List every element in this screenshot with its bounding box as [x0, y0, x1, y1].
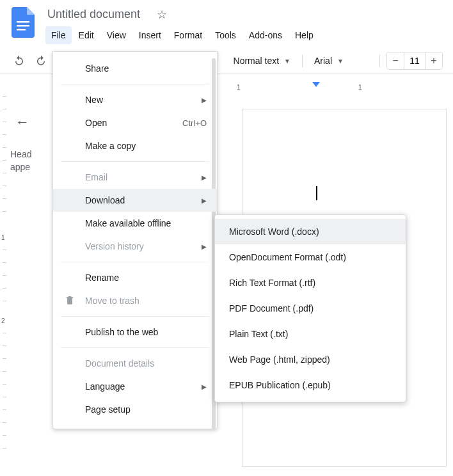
- download-pdf[interactable]: PDF Document (.pdf): [215, 296, 406, 321]
- download-txt[interactable]: Plain Text (.txt): [215, 321, 406, 347]
- vruler-2: 2: [1, 317, 5, 324]
- redo-button[interactable]: [32, 52, 50, 70]
- back-arrow-icon[interactable]: ←: [10, 109, 49, 136]
- undo-button[interactable]: [10, 52, 28, 70]
- outline-panel: ← Head appe: [10, 109, 49, 173]
- submenu-arrow-icon: ▶: [202, 197, 207, 204]
- menu-document-details[interactable]: Document details: [53, 352, 217, 375]
- menu-label: Version history: [85, 241, 144, 251]
- toolbar-separator: [379, 54, 380, 67]
- indent-marker-icon[interactable]: [312, 82, 320, 91]
- menu-edit[interactable]: Edit: [73, 26, 100, 44]
- menu-new[interactable]: New▶: [53, 88, 217, 111]
- menu-download[interactable]: Download▶: [53, 189, 217, 212]
- menu-file[interactable]: File: [45, 26, 72, 44]
- chevron-down-icon: ▼: [337, 58, 344, 65]
- svg-marker-3: [312, 82, 320, 87]
- font-size-stepper: − 11 +: [386, 52, 443, 70]
- font-label: Arial: [314, 56, 332, 66]
- menu-label: Make a copy: [85, 141, 136, 151]
- menu-view[interactable]: View: [101, 26, 132, 44]
- menu-label: Page setup: [85, 404, 131, 415]
- menu-label: Language: [85, 381, 125, 392]
- download-submenu: Microsoft Word (.docx) OpenDocument Form…: [214, 214, 406, 402]
- download-docx[interactable]: Microsoft Word (.docx): [215, 219, 406, 244]
- menu-addons[interactable]: Add-ons: [243, 26, 288, 44]
- paragraph-style-label: Normal text: [234, 56, 280, 66]
- ruler-tick-1: 1: [237, 84, 241, 91]
- menu-label: Rename: [85, 273, 119, 283]
- star-icon[interactable]: ☆: [157, 8, 167, 22]
- menu-label: Move to trash: [85, 296, 139, 306]
- font-size-decrease[interactable]: −: [387, 52, 404, 69]
- menu-label: New: [85, 95, 103, 105]
- svg-rect-2: [17, 29, 26, 31]
- menu-make-copy[interactable]: Make a copy: [53, 134, 217, 157]
- menu-label: Share: [85, 63, 109, 74]
- font-size-increase[interactable]: +: [425, 52, 442, 69]
- menu-version-history[interactable]: Version history▶: [53, 235, 217, 258]
- outline-hint-line: Head: [10, 148, 49, 161]
- menu-email[interactable]: Email▶: [53, 166, 217, 189]
- download-odt[interactable]: OpenDocument Format (.odt): [215, 244, 406, 270]
- menu-rename[interactable]: Rename: [53, 266, 217, 289]
- menu-bar: File Edit View Insert Format Tools Add-o…: [44, 26, 319, 44]
- submenu-arrow-icon: ▶: [202, 243, 207, 250]
- menu-separator: [61, 84, 209, 84]
- text-cursor: [316, 186, 317, 200]
- menu-label: Open: [85, 118, 107, 128]
- ruler-tick-1b: 1: [358, 84, 362, 91]
- menu-offline[interactable]: Make available offline: [53, 212, 217, 235]
- chevron-down-icon: ▼: [284, 58, 290, 65]
- menu-language[interactable]: Language▶: [53, 375, 217, 398]
- menu-separator: [61, 316, 209, 317]
- docs-logo-icon[interactable]: [10, 5, 36, 40]
- svg-rect-1: [17, 25, 29, 27]
- toolbar-separator: [302, 54, 303, 67]
- horizontal-ruler[interactable]: 1 1: [230, 82, 453, 92]
- trash-icon: [65, 295, 75, 307]
- font-select[interactable]: Arial▼: [309, 53, 373, 68]
- outline-hint-line: appe: [10, 161, 49, 174]
- menu-label: Email: [85, 172, 107, 182]
- submenu-arrow-icon: ▶: [202, 97, 207, 104]
- menu-tools[interactable]: Tools: [209, 26, 242, 44]
- download-epub[interactable]: EPUB Publication (.epub): [215, 372, 406, 398]
- menu-move-to-trash[interactable]: Move to trash: [53, 289, 217, 312]
- menu-label: Publish to the web: [85, 327, 158, 337]
- outline-hint: Head appe: [10, 148, 49, 173]
- submenu-arrow-icon: ▶: [202, 174, 207, 181]
- menu-label: Make available offline: [85, 218, 171, 228]
- menu-format[interactable]: Format: [168, 26, 208, 44]
- download-html[interactable]: Web Page (.html, zipped): [215, 347, 406, 372]
- file-menu-dropdown: Share New▶ OpenCtrl+O Make a copy Email▶…: [52, 51, 218, 429]
- menu-separator: [61, 347, 209, 348]
- submenu-arrow-icon: ▶: [202, 383, 207, 390]
- font-size-value[interactable]: 11: [404, 52, 425, 69]
- vruler-1: 1: [1, 234, 5, 241]
- download-rtf[interactable]: Rich Text Format (.rtf): [215, 270, 406, 296]
- menu-page-setup[interactable]: Page setup: [53, 398, 217, 421]
- svg-rect-0: [17, 21, 29, 23]
- document-title[interactable]: Untitled document: [44, 5, 144, 24]
- menu-insert[interactable]: Insert: [133, 26, 167, 44]
- menu-publish[interactable]: Publish to the web: [53, 321, 217, 344]
- vertical-ruler[interactable]: 1 2: [0, 83, 9, 476]
- menu-separator: [61, 262, 209, 262]
- menu-label: Download: [85, 195, 125, 205]
- menu-label: Document details: [85, 358, 154, 369]
- paragraph-style-select[interactable]: Normal text▼: [228, 53, 296, 68]
- menu-help[interactable]: Help: [289, 26, 319, 44]
- menu-share[interactable]: Share: [53, 57, 217, 80]
- shortcut-label: Ctrl+O: [182, 118, 207, 128]
- menu-open[interactable]: OpenCtrl+O: [53, 111, 217, 134]
- menu-separator: [61, 161, 209, 162]
